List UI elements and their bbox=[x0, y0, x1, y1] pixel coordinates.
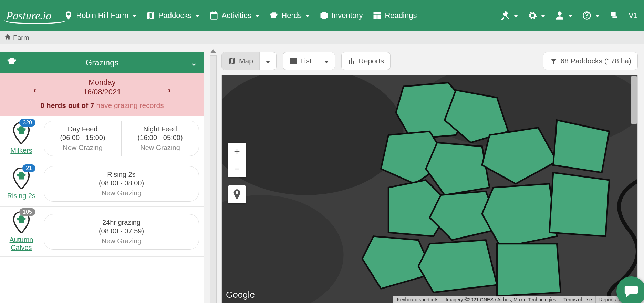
chart-icon bbox=[348, 57, 356, 65]
nav-readings[interactable]: Readings bbox=[372, 11, 417, 20]
herd-badge: 320 Milkers bbox=[5, 122, 38, 154]
map-icon bbox=[228, 57, 236, 65]
caret-down-icon bbox=[594, 11, 600, 20]
nav-activities-label: Activities bbox=[221, 11, 251, 20]
map-icon bbox=[146, 11, 156, 20]
nav-inventory[interactable]: Inventory bbox=[319, 11, 363, 20]
nav-herds[interactable]: Herds bbox=[269, 11, 310, 20]
feed-time: (08:00 - 08:00) bbox=[48, 179, 195, 187]
feed-container: Day Feed (06:00 - 15:00) New GrazingNigh… bbox=[44, 121, 199, 156]
caret-down-icon bbox=[254, 11, 259, 20]
grazings-header[interactable]: Grazings ⌄ bbox=[0, 52, 204, 73]
map-attribution: Keyboard shortcuts Imagery ©2021 CNES / … bbox=[393, 296, 637, 303]
date-value: 16/08/2021 bbox=[0, 88, 204, 97]
herd-row: 105 Autumn Calves24hr grazing (08:00 - 0… bbox=[0, 207, 204, 257]
attrib-terms[interactable]: Terms of Use bbox=[560, 296, 595, 303]
nav-version[interactable]: V1 bbox=[629, 11, 638, 20]
feed-action: New Grazing bbox=[125, 144, 195, 152]
cow-icon bbox=[269, 11, 279, 20]
caret-down-icon bbox=[540, 11, 545, 20]
map-canvas[interactable]: + − Google Keyboard shortcuts Imagery ©2… bbox=[221, 75, 638, 303]
map-toolbar: Map List Reports 68 Paddocks (178 ha) bbox=[221, 52, 638, 75]
view-list-segment: List bbox=[283, 52, 335, 70]
date-bar: ‹ › Monday 16/08/2021 0 herds out of 7 h… bbox=[0, 73, 204, 116]
feed-time: (16:00 - 05:00) bbox=[125, 134, 195, 142]
nav-chat[interactable] bbox=[609, 11, 619, 20]
view-map-segment: Map bbox=[221, 52, 277, 70]
feed-action: New Grazing bbox=[48, 144, 118, 152]
top-nav: Pasture.io Robin Hill Farm Paddocks Acti… bbox=[0, 0, 644, 31]
view-list-dropdown[interactable] bbox=[318, 52, 335, 70]
nav-paddocks[interactable]: Paddocks bbox=[146, 11, 200, 20]
herd-name-link[interactable]: Milkers bbox=[5, 147, 38, 154]
date-prev-button[interactable]: ‹ bbox=[33, 85, 37, 95]
view-list-button[interactable]: List bbox=[283, 52, 318, 70]
caret-down-icon bbox=[194, 11, 199, 20]
table-icon bbox=[289, 57, 298, 65]
feed-slot[interactable]: Day Feed (06:00 - 15:00) New Grazing bbox=[44, 121, 121, 156]
chat-widget-button[interactable] bbox=[616, 276, 644, 303]
brand-logo[interactable]: Pasture.io bbox=[6, 9, 54, 22]
herd-count-badge: 320 bbox=[19, 119, 35, 127]
caret-down-icon bbox=[324, 57, 329, 65]
feed-slot[interactable]: Rising 2s (08:00 - 08:00) New Grazing bbox=[44, 166, 199, 201]
feed-title: Day Feed bbox=[48, 125, 118, 133]
nav-paddocks-label: Paddocks bbox=[158, 11, 192, 20]
paddock-filter-button[interactable]: 68 Paddocks (178 ha) bbox=[543, 52, 638, 70]
herd-name-link[interactable]: Autumn Calves bbox=[5, 236, 38, 252]
nav-user[interactable] bbox=[555, 11, 572, 20]
zoom-out-button[interactable]: − bbox=[228, 160, 246, 177]
attrib-shortcuts[interactable]: Keyboard shortcuts bbox=[393, 296, 442, 303]
nav-herds-label: Herds bbox=[281, 11, 302, 20]
user-icon bbox=[555, 11, 564, 20]
feed-slot[interactable]: 24hr grazing (08:00 - 07:59) New Grazing bbox=[44, 214, 199, 249]
date-summary: 0 herds out of 7 have grazing records bbox=[0, 101, 204, 110]
chevron-down-icon[interactable]: ⌄ bbox=[190, 58, 198, 68]
nav-settings[interactable] bbox=[528, 11, 545, 20]
cow-icon bbox=[7, 57, 17, 68]
view-map-dropdown[interactable] bbox=[259, 52, 276, 70]
nav-tools[interactable] bbox=[500, 11, 518, 20]
herd-name-link[interactable]: Rising 2s bbox=[5, 192, 38, 200]
feed-slot[interactable]: Night Feed (16:00 - 05:00) New Grazing bbox=[121, 121, 199, 156]
grazings-title: Grazings bbox=[85, 58, 118, 68]
herd-count-badge: 21 bbox=[22, 164, 35, 172]
feed-title: Rising 2s bbox=[48, 171, 195, 179]
zoom-in-button[interactable]: + bbox=[228, 143, 246, 160]
attrib-imagery: Imagery ©2021 CNES / Airbus, Maxar Techn… bbox=[442, 296, 560, 303]
nav-readings-label: Readings bbox=[385, 11, 417, 20]
breadcrumb-label[interactable]: Farm bbox=[13, 34, 29, 42]
nav-inventory-label: Inventory bbox=[332, 11, 363, 20]
caret-down-icon bbox=[567, 11, 572, 20]
map-zoom-control: + − bbox=[228, 143, 246, 177]
date-next-button[interactable]: › bbox=[168, 85, 171, 95]
feed-title: 24hr grazing bbox=[48, 219, 195, 226]
nav-help[interactable] bbox=[582, 11, 600, 20]
feed-action: New Grazing bbox=[48, 189, 195, 197]
pin-icon bbox=[64, 11, 73, 20]
feed-time: (06:00 - 15:00) bbox=[48, 134, 118, 142]
nav-farm-label: Robin Hill Farm bbox=[76, 11, 128, 20]
sidebar-scrollbar[interactable] bbox=[205, 44, 221, 303]
herd-row: 320 MilkersDay Feed (06:00 - 15:00) New … bbox=[0, 116, 204, 161]
nav-farm-selector[interactable]: Robin Hill Farm bbox=[64, 11, 136, 20]
caret-down-icon bbox=[266, 57, 270, 65]
boxes-icon bbox=[319, 11, 329, 20]
herd-badge: 21 Rising 2s bbox=[5, 168, 38, 200]
feed-action: New Grazing bbox=[48, 237, 195, 245]
breadcrumb: Farm bbox=[0, 31, 644, 44]
home-icon[interactable] bbox=[4, 33, 11, 42]
map-locate-button[interactable] bbox=[228, 185, 246, 203]
caret-down-icon bbox=[131, 11, 136, 20]
feed-title: Night Feed bbox=[125, 125, 195, 133]
nav-version-label: V1 bbox=[629, 11, 638, 20]
view-map-button[interactable]: Map bbox=[222, 52, 259, 70]
map-scrollbar[interactable] bbox=[631, 76, 637, 297]
reports-button[interactable]: Reports bbox=[341, 52, 391, 70]
tools-icon bbox=[500, 11, 510, 20]
caret-down-icon bbox=[304, 11, 310, 20]
feed-container: 24hr grazing (08:00 - 07:59) New Grazing bbox=[44, 214, 199, 250]
nav-activities[interactable]: Activities bbox=[209, 11, 259, 20]
table-icon bbox=[372, 11, 382, 20]
feed-container: Rising 2s (08:00 - 08:00) New Grazing bbox=[44, 166, 199, 202]
